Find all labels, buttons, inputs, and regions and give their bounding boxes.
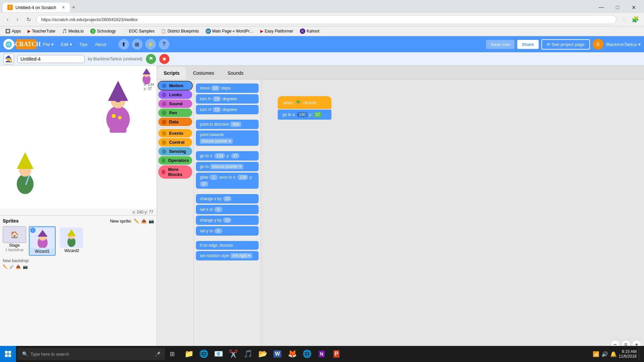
block-goto-y-value[interactable]: 37 [231,153,239,159]
cat-sound[interactable]: Sound [158,100,192,108]
nav-tips[interactable]: Tips [76,40,91,49]
sprite-item-wizard1[interactable]: i Wizard1 [29,226,56,256]
bookmark-apps[interactable]: 🔲 Apps [3,28,23,35]
block-glide-y-value[interactable]: 37 [200,181,208,187]
upload-sprite-button[interactable]: 📤 [141,219,147,224]
bookmark-kahoot[interactable]: K Kahoot [297,27,322,35]
project-title-input[interactable] [17,55,85,63]
show-desktop-button[interactable] [639,347,641,361]
upload-icon[interactable]: ⬆ [118,39,129,50]
nav-about[interactable]: About [92,40,110,49]
taskbar-powerpoint[interactable]: P [329,346,343,362]
sprite-item-wizard2[interactable]: Wizard2 [58,226,85,256]
block-change-x[interactable]: change x by 10 [196,194,259,203]
star-icon[interactable]: ☆ [619,15,629,24]
block-go-to-xy[interactable]: go to x: 134 y: 37 [196,151,259,161]
stage-list-item[interactable]: 🏠 Stage 1 backdrop [3,226,26,256]
bookmark-mediaio[interactable]: 🎵 Media.io [59,28,86,35]
turbo-icon[interactable]: ⚡ [145,39,156,50]
help-icon[interactable]: ? [159,39,169,50]
cat-sensing[interactable]: Sensing [158,147,192,156]
block-turn-cw[interactable]: turn ↻ 15 degrees [196,94,259,104]
taskbar-explorer[interactable]: 📁 [182,346,196,362]
cat-pen[interactable]: Pen [158,109,192,117]
taskbar-snip[interactable]: ✂️ [226,346,240,362]
bookmark-wordpress[interactable]: W Main Page « WordPr… [203,27,256,35]
block-set-y[interactable]: set y to 0 [196,226,259,236]
tab-scripts[interactable]: Scripts [157,67,186,79]
start-button[interactable] [0,346,16,362]
maximize-button[interactable]: □ [610,2,625,13]
new-tab-button[interactable]: + [72,4,75,11]
fullscreen-icon[interactable]: ⊞ [132,39,143,50]
taskbar-music[interactable]: 🎵 [241,346,255,362]
block-goto-x-value[interactable]: 134 [214,153,225,159]
block-glide-x-value[interactable]: 134 [237,175,248,180]
browser-tab-active[interactable]: S Untitled-4 on Scratch ✕ [3,3,70,12]
bookmark-easyplatformer[interactable]: ▶ Easy Platformer [258,28,296,35]
block-rotation-dropdown[interactable]: left-right ▾ [230,253,252,258]
bookmark-eoc[interactable]: 📄 EOC Samples [120,28,157,35]
url-box[interactable]: https://scratch.mit.edu/projects/2600416… [36,15,616,24]
minimize-button[interactable]: — [594,2,609,13]
block-set-x[interactable]: set x to 0 [196,205,259,214]
taskbar-outlook[interactable]: 📧 [211,346,225,362]
share-button[interactable]: Share [517,40,539,49]
block-turn-ccw[interactable]: turn ↺ 15 degrees [196,105,259,114]
block-rotation-style[interactable]: set rotation style left-right ▾ [196,251,259,260]
tab-close-icon[interactable]: ✕ [62,5,65,10]
cat-motion[interactable]: Motion [158,81,192,90]
block-set-y-value[interactable]: 0 [214,228,222,234]
block-change-x-value[interactable]: 10 [223,196,231,201]
placed-goto-block[interactable]: go to x: 190 y: 37 [278,110,331,120]
username-label[interactable]: BlackIronTarkus ▾ [606,42,641,47]
placed-goto-y-value[interactable]: 37 [314,112,322,117]
network-icon[interactable]: 📶 [593,351,599,357]
cat-data[interactable]: Data [158,118,192,126]
refresh-button[interactable]: ↻ [24,15,34,24]
bookmark-district[interactable]: 📋 District Blueprints [158,28,201,35]
task-view-button[interactable]: ⊞ [165,346,179,362]
save-now-button[interactable]: Save now [486,40,515,49]
taskbar-edge[interactable]: 🌐 [197,346,211,362]
taskbar-folder2[interactable]: 📂 [256,346,270,362]
speaker-icon[interactable]: 🔔 [610,351,617,357]
tab-sounds[interactable]: Sounds [221,67,250,79]
back-button[interactable]: ‹ [4,15,11,24]
system-clock[interactable]: 8:15 AM 11/6/2018 [619,349,637,359]
backdrop-upload-button[interactable]: 📤 [16,264,21,269]
block-turn-ccw-value[interactable]: 15 [213,107,221,112]
block-point-direction[interactable]: point in direction 90▾ [196,120,259,129]
block-set-x-value[interactable]: 0 [214,207,222,212]
block-bounce[interactable]: if on edge, bounce [196,241,259,250]
cat-events[interactable]: Events [158,129,192,137]
backdrop-draw-button[interactable]: ✏️ [3,264,8,269]
block-move-value[interactable]: 10 [211,85,219,91]
stop-button[interactable]: ■ [159,54,169,64]
close-button[interactable]: ✕ [626,2,641,13]
block-glide[interactable]: glide 1 secs to x: 134 y: 37 [196,173,259,189]
tab-costumes[interactable]: Costumes [186,67,221,79]
nav-file[interactable]: File ▾ [40,40,57,49]
camera-sprite-button[interactable]: 📷 [149,219,154,224]
see-project-button[interactable]: ⟳ See project page [541,39,590,50]
placed-goto-x-value[interactable]: 190 [297,112,308,117]
forward-button[interactable]: › [14,15,21,24]
volume-icon[interactable]: 🔊 [601,351,608,357]
block-direction-dropdown[interactable]: 90▾ [230,122,241,127]
block-change-y-value[interactable]: 10 [223,218,231,223]
block-glide-secs-value[interactable]: 1 [210,175,218,180]
taskbar-onenote[interactable]: N [315,346,329,362]
taskbar-search-box[interactable]: 🔍 Type here to search 🎤 [17,348,165,360]
draw-sprite-button[interactable]: ✏️ [134,219,139,224]
block-towards-dropdown[interactable]: mouse-pointer ▾ [200,138,233,144]
block-move-steps[interactable]: move 10 steps [196,83,259,93]
backdrop-camera-button[interactable]: 📷 [23,264,28,269]
extensions-icon[interactable]: 🧩 [631,15,640,24]
cat-looks[interactable]: Looks [158,90,192,99]
taskbar-firefox[interactable]: 🦊 [285,346,299,362]
block-change-y[interactable]: change y by 10 [196,216,259,225]
placed-hat-block[interactable]: when ⚑ clicked [278,96,331,109]
taskbar-chrome[interactable]: 🌐 [300,346,314,362]
block-point-towards[interactable]: point towards mouse-pointer ▾ [196,130,259,146]
